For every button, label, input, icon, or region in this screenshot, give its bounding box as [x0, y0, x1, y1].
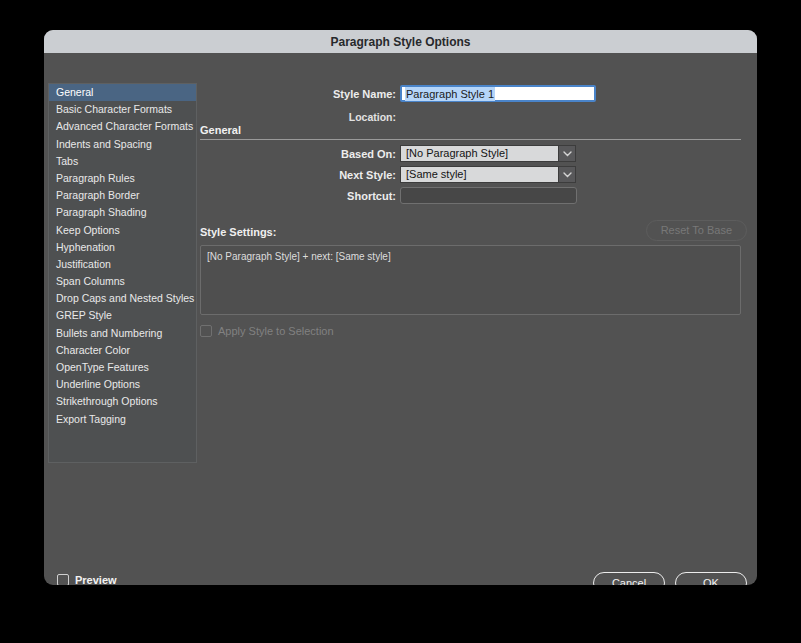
- style-name-value: Paragraph Style 1: [405, 87, 495, 101]
- style-name-input[interactable]: Paragraph Style 1: [400, 85, 596, 102]
- chevron-down-icon[interactable]: [558, 145, 576, 162]
- sidebar-item-drop-caps-and-nested-styles[interactable]: Drop Caps and Nested Styles: [49, 290, 196, 307]
- ok-button[interactable]: OK: [675, 572, 747, 585]
- chevron-down-icon[interactable]: [558, 166, 576, 183]
- sidebar-item-strikethrough-options[interactable]: Strikethrough Options: [49, 393, 196, 410]
- sidebar-item-character-color[interactable]: Character Color: [49, 342, 196, 359]
- next-style-select[interactable]: [Same style]: [400, 166, 576, 183]
- based-on-label: Based On:: [44, 148, 396, 160]
- style-settings-text: [No Paragraph Style] + next: [Same style…: [207, 251, 391, 262]
- next-style-value: [Same style]: [400, 166, 558, 183]
- next-style-label: Next Style:: [44, 169, 396, 181]
- location-label: Location:: [44, 111, 396, 123]
- sidebar-item-export-tagging[interactable]: Export Tagging: [49, 411, 196, 428]
- sidebar-item-hyphenation[interactable]: Hyphenation: [49, 239, 196, 256]
- style-name-label: Style Name:: [44, 88, 396, 100]
- sidebar-item-span-columns[interactable]: Span Columns: [49, 273, 196, 290]
- preview-checkbox[interactable]: [57, 574, 69, 585]
- style-settings-box[interactable]: [No Paragraph Style] + next: [Same style…: [200, 245, 741, 315]
- reset-to-base-button[interactable]: Reset To Base: [646, 220, 747, 241]
- sidebar-item-grep-style[interactable]: GREP Style: [49, 307, 196, 324]
- based-on-select[interactable]: [No Paragraph Style]: [400, 145, 576, 162]
- paragraph-style-options-dialog: Paragraph Style Options GeneralBasic Cha…: [44, 30, 757, 585]
- style-settings-label: Style Settings:: [200, 226, 276, 238]
- sidebar-list: GeneralBasic Character FormatsAdvanced C…: [48, 83, 197, 463]
- sidebar-item-justification[interactable]: Justification: [49, 256, 196, 273]
- dialog-title: Paragraph Style Options: [330, 35, 470, 49]
- cancel-button[interactable]: Cancel: [593, 572, 665, 585]
- desktop-background: { "window": { "title": "Paragraph Style …: [0, 0, 801, 643]
- preview-row: Preview: [57, 574, 117, 585]
- apply-style-to-selection-row: Apply Style to Selection: [200, 325, 334, 337]
- section-heading: General: [200, 124, 241, 136]
- sidebar-item-bullets-and-numbering[interactable]: Bullets and Numbering: [49, 325, 196, 342]
- dialog-titlebar[interactable]: Paragraph Style Options: [44, 30, 757, 53]
- apply-style-checkbox[interactable]: [200, 325, 212, 337]
- section-separator: [200, 139, 741, 140]
- sidebar-item-keep-options[interactable]: Keep Options: [49, 222, 196, 239]
- sidebar-item-opentype-features[interactable]: OpenType Features: [49, 359, 196, 376]
- based-on-value: [No Paragraph Style]: [400, 145, 558, 162]
- sidebar-item-paragraph-shading[interactable]: Paragraph Shading: [49, 204, 196, 221]
- dialog-content: GeneralBasic Character FormatsAdvanced C…: [44, 53, 757, 585]
- shortcut-label: Shortcut:: [44, 190, 396, 202]
- shortcut-input[interactable]: [400, 187, 577, 204]
- preview-label: Preview: [75, 574, 117, 585]
- apply-style-label: Apply Style to Selection: [218, 325, 334, 337]
- sidebar-item-underline-options[interactable]: Underline Options: [49, 376, 196, 393]
